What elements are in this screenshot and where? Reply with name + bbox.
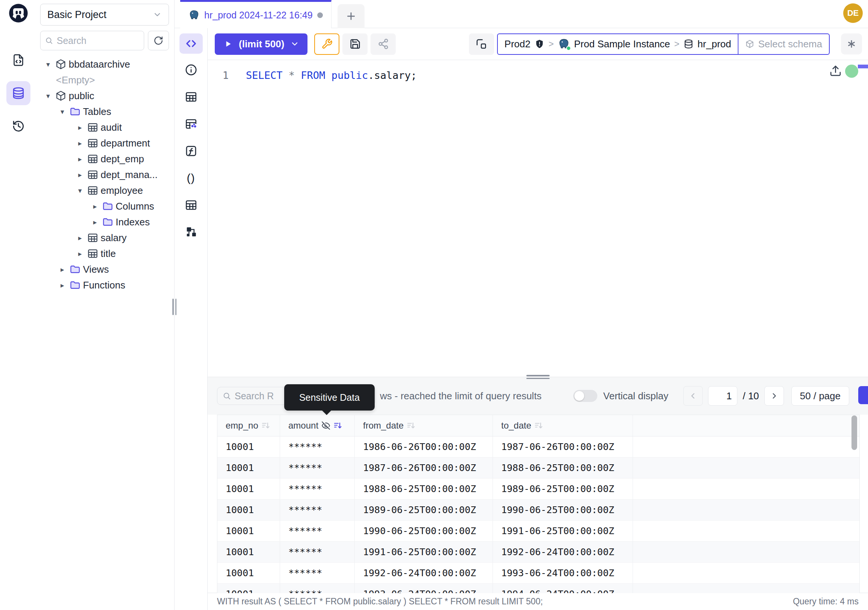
bytebase-logo-icon[interactable] <box>8 3 28 23</box>
refresh-icon <box>153 36 163 45</box>
plus-icon <box>346 11 356 22</box>
table-scrollbar[interactable] <box>851 416 857 450</box>
external-tables-button[interactable] <box>185 199 197 211</box>
format-sql-button[interactable] <box>314 33 339 55</box>
tree-item-indexes[interactable]: ▸ Indexes <box>36 214 174 230</box>
column-header-to-date[interactable]: to_date <box>493 415 633 436</box>
tree-item-employee[interactable]: ▾ employee <box>36 183 174 198</box>
chevron-right-icon <box>770 391 779 400</box>
tree-item-columns[interactable]: ▸ Columns <box>36 198 174 214</box>
rail-worksheet-button[interactable] <box>6 48 30 72</box>
tree-item-dept-emp[interactable]: ▸ dept_emp <box>36 151 174 167</box>
results-panel: ws - reached the limit of query results … <box>208 377 868 593</box>
upload-icon[interactable] <box>829 65 842 77</box>
environment-name: Prod2 <box>505 38 530 50</box>
code-view-button[interactable] <box>180 33 203 54</box>
history-icon <box>12 120 25 133</box>
folder-icon <box>102 200 113 212</box>
cell-from-date: 1989-06-25T00:00:00Z <box>355 500 493 520</box>
sidebar-search-input[interactable] <box>57 35 139 46</box>
sidebar-resize-handle[interactable] <box>172 299 177 315</box>
schema-diagram-button[interactable] <box>185 226 197 239</box>
page-size-select[interactable]: 50 / page <box>791 386 849 406</box>
tree-item-public[interactable]: ▾ public <box>36 88 174 104</box>
folder-icon <box>102 216 113 228</box>
tree-item-department[interactable]: ▸ department <box>36 135 174 151</box>
search-icon <box>223 391 231 400</box>
tree-item-audit[interactable]: ▸ audit <box>36 120 174 135</box>
project-selector[interactable]: Basic Project <box>40 4 169 26</box>
tree-item-dept-manager[interactable]: ▸ dept_mana... <box>36 167 174 183</box>
run-query-button[interactable]: (limit 500) <box>215 33 307 55</box>
vertical-display-toggle[interactable] <box>573 390 597 402</box>
chevron-expanded-icon[interactable]: ▾ <box>43 92 53 100</box>
prev-page-button[interactable] <box>683 386 703 406</box>
sort-icon[interactable] <box>407 421 415 430</box>
table-icon <box>87 185 98 196</box>
sort-icon[interactable] <box>261 421 270 430</box>
chevron-collapsed-icon[interactable]: ▸ <box>75 139 85 147</box>
functions-panel-button[interactable] <box>185 144 197 157</box>
sidebar-search-row <box>36 28 174 54</box>
shield-icon <box>535 39 544 49</box>
column-header-from-date[interactable]: from_date <box>355 415 493 436</box>
cube-icon <box>745 39 754 48</box>
eye-off-icon[interactable] <box>321 421 330 430</box>
chevron-collapsed-icon[interactable]: ▸ <box>75 250 85 258</box>
tables-panel-button[interactable] <box>185 90 197 103</box>
chevron-collapsed-icon[interactable]: ▸ <box>57 265 67 274</box>
rail-history-button[interactable] <box>6 114 30 138</box>
chevron-collapsed-icon[interactable]: ▸ <box>90 218 100 227</box>
cell-amount: ****** <box>280 584 355 593</box>
new-tab-button[interactable] <box>338 4 364 28</box>
cell-amount: ****** <box>280 478 355 499</box>
cell-to-date: 1987-06-26T00:00:00Z <box>493 436 633 457</box>
chevron-collapsed-icon[interactable]: ▸ <box>75 155 85 163</box>
procedures-panel-button[interactable]: () <box>187 172 195 185</box>
next-page-button[interactable] <box>764 386 784 406</box>
chevron-collapsed-icon[interactable]: ▸ <box>75 123 85 132</box>
tree-item-functions[interactable]: ▸ Functions <box>36 277 174 293</box>
panel-resize-handle[interactable] <box>526 375 550 379</box>
save-sheet-button[interactable] <box>343 33 367 55</box>
column-header-amount[interactable]: amount <box>280 415 355 436</box>
tree-item-title[interactable]: ▸ title <box>36 246 174 261</box>
info-button[interactable] <box>185 64 197 76</box>
chevron-collapsed-icon[interactable]: ▸ <box>57 281 67 290</box>
save-icon <box>350 38 361 50</box>
line-number: 1 <box>208 68 235 83</box>
share-icon <box>378 38 389 50</box>
column-header-emp-no[interactable]: emp_no <box>217 415 280 436</box>
table-row: 10001 ****** 1989-06-25T00:00:00Z 1990-0… <box>217 500 859 521</box>
ai-assistant-button[interactable] <box>841 33 862 54</box>
chevron-collapsed-icon[interactable]: ▸ <box>90 202 100 211</box>
user-avatar[interactable]: DE <box>843 3 863 23</box>
tree-item-views[interactable]: ▸ Views <box>36 261 174 277</box>
share-sheet-button[interactable] <box>370 33 396 55</box>
table-ai-button[interactable] <box>185 118 197 130</box>
tree-item-tables[interactable]: ▾ Tables <box>36 104 174 120</box>
schema-refresh-button[interactable] <box>148 31 169 50</box>
export-button-cutoff[interactable] <box>858 386 868 404</box>
chevron-expanded-icon[interactable]: ▾ <box>57 107 67 116</box>
rail-database-button[interactable] <box>6 81 30 105</box>
select-schema-button[interactable]: Select schema <box>738 34 829 54</box>
chevron-collapsed-icon[interactable]: ▸ <box>75 171 85 179</box>
connection-health-dot <box>845 65 858 78</box>
sort-icon[interactable] <box>534 421 543 430</box>
connection-breadcrumb[interactable]: Prod2 > Prod Sample Instance > hr_prod <box>497 33 830 55</box>
page-number-input[interactable] <box>708 386 737 406</box>
tree-item-salary[interactable]: ▸ salary <box>36 230 174 246</box>
chevron-collapsed-icon[interactable]: ▸ <box>75 234 85 242</box>
play-icon <box>223 39 233 49</box>
chevron-expanded-icon[interactable]: ▾ <box>75 186 85 195</box>
tab-hr-prod[interactable]: hr_prod 2024-11-22 16:49 <box>180 0 332 28</box>
sort-icon[interactable] <box>333 421 343 430</box>
chevron-expanded-icon[interactable]: ▾ <box>43 60 53 69</box>
parentheses-icon: () <box>187 172 195 185</box>
connection-button[interactable] <box>469 33 494 55</box>
sql-editor[interactable]: 1 SELECT * FROM public.salary; <box>208 60 868 377</box>
tree-item-bbdataarchive[interactable]: ▾ bbdataarchive <box>36 56 174 72</box>
table-icon <box>87 169 98 180</box>
project-selector-row: Basic Project <box>36 0 174 28</box>
